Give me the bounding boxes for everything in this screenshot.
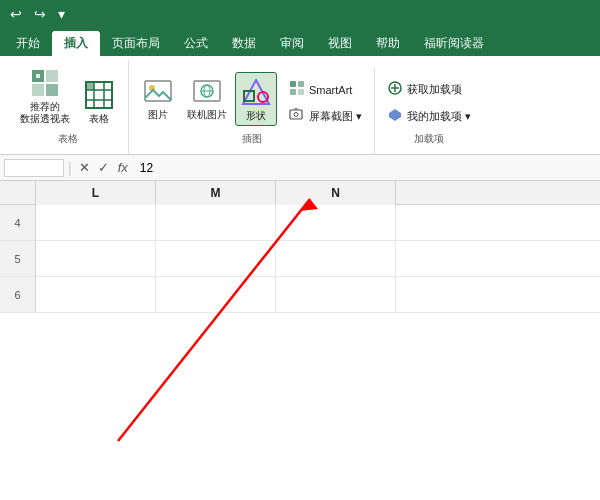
tab-insert[interactable]: 插入 xyxy=(52,31,100,56)
col-header-N[interactable]: N xyxy=(276,181,396,205)
confirm-formula-button[interactable]: ✓ xyxy=(95,160,112,175)
svg-rect-3 xyxy=(46,84,58,96)
group-addins-label: 加载项 xyxy=(414,132,444,150)
cell-N6[interactable] xyxy=(276,277,396,312)
ribbon-group-illustration: 图片 联机图片 xyxy=(129,68,375,154)
svg-rect-23 xyxy=(298,89,304,95)
svg-rect-22 xyxy=(290,89,296,95)
group-table-label: 表格 xyxy=(58,132,78,150)
pivot-table-label: 推荐的数据透视表 xyxy=(20,101,70,125)
ribbon-item-picture[interactable]: 图片 xyxy=(137,72,179,126)
cell-M4[interactable] xyxy=(156,205,276,240)
get-addins-label: 获取加载项 xyxy=(407,82,462,97)
tab-page-layout[interactable]: 页面布局 xyxy=(100,31,172,56)
svg-rect-10 xyxy=(86,82,94,90)
smartart-icon xyxy=(289,80,305,99)
svg-rect-26 xyxy=(294,108,298,110)
cell-N4[interactable] xyxy=(276,205,396,240)
table-label: 表格 xyxy=(89,113,109,125)
tab-view[interactable]: 视图 xyxy=(316,31,364,56)
tab-formula[interactable]: 公式 xyxy=(172,31,220,56)
row-num-4: 4 xyxy=(0,205,36,240)
pivot-table-icon xyxy=(29,67,61,99)
picture-icon xyxy=(142,75,174,107)
title-bar: ↩ ↪ ▾ xyxy=(0,0,600,28)
ribbon-item-table[interactable]: 表格 xyxy=(78,76,120,128)
quick-access-more-button[interactable]: ▾ xyxy=(54,4,69,24)
ribbon-item-screenshot[interactable]: 屏幕截图 ▾ xyxy=(285,105,366,128)
formula-buttons: ✕ ✓ fx xyxy=(76,160,132,175)
col-header-row: L M N xyxy=(0,181,600,205)
screenshot-icon xyxy=(289,107,305,126)
tab-foxit[interactable]: 福昕阅读器 xyxy=(412,31,496,56)
online-picture-icon xyxy=(191,75,223,107)
table-row: 6 xyxy=(0,277,600,313)
picture-label: 图片 xyxy=(148,109,168,121)
shapes-icon xyxy=(240,76,272,108)
undo-button[interactable]: ↩ xyxy=(6,4,26,24)
get-addins-icon xyxy=(387,80,403,99)
smartart-label: SmartArt xyxy=(309,84,352,96)
my-addins-icon xyxy=(387,107,403,126)
tab-review[interactable]: 审阅 xyxy=(268,31,316,56)
table-row: 5 xyxy=(0,241,600,277)
name-box[interactable] xyxy=(4,159,64,177)
cell-N5[interactable] xyxy=(276,241,396,276)
svg-rect-20 xyxy=(290,81,296,87)
row-num-5: 5 xyxy=(0,241,36,276)
svg-rect-21 xyxy=(298,81,304,87)
svg-rect-4 xyxy=(36,74,40,78)
ribbon-group-table-items: 推荐的数据透视表 表格 xyxy=(16,64,120,128)
ribbon-illustration-items: 图片 联机图片 xyxy=(137,72,366,128)
formula-sep: | xyxy=(68,160,72,176)
table-icon xyxy=(83,79,115,111)
col-header-M[interactable]: M xyxy=(156,181,276,205)
fx-button[interactable]: fx xyxy=(114,160,132,175)
cell-L6[interactable] xyxy=(36,277,156,312)
svg-rect-24 xyxy=(290,110,302,119)
svg-rect-11 xyxy=(145,81,171,101)
svg-rect-2 xyxy=(32,84,44,96)
svg-point-25 xyxy=(294,113,298,117)
corner-cell xyxy=(0,181,36,204)
cell-M5[interactable] xyxy=(156,241,276,276)
redo-button[interactable]: ↪ xyxy=(30,4,50,24)
ribbon-item-my-addins[interactable]: 我的加载项 ▾ xyxy=(383,105,475,128)
table-row: 4 xyxy=(0,205,600,241)
online-picture-label: 联机图片 xyxy=(187,109,227,121)
svg-rect-1 xyxy=(46,70,58,82)
formula-bar: | ✕ ✓ fx 12 xyxy=(0,155,600,181)
ribbon-group-addins: 获取加载项 我的加载项 ▾ 加载项 xyxy=(375,68,483,154)
cell-M6[interactable] xyxy=(156,277,276,312)
col-header-L[interactable]: L xyxy=(36,181,156,205)
tab-help[interactable]: 帮助 xyxy=(364,31,412,56)
tab-start[interactable]: 开始 xyxy=(4,31,52,56)
cancel-formula-button[interactable]: ✕ xyxy=(76,160,93,175)
ribbon-item-pivot-table[interactable]: 推荐的数据透视表 xyxy=(16,64,74,128)
ribbon-item-get-addins[interactable]: 获取加载项 xyxy=(383,78,466,101)
ribbon-addins-items: 获取加载项 我的加载项 ▾ xyxy=(383,72,475,128)
group-illustration-label: 插图 xyxy=(242,132,262,150)
row-num-6: 6 xyxy=(0,277,36,312)
ribbon-item-online-picture[interactable]: 联机图片 xyxy=(183,72,231,126)
title-bar-undo-group: ↩ ↪ ▾ xyxy=(6,4,69,24)
shapes-label: 形状 xyxy=(246,110,266,122)
illustration-main-items: 图片 联机图片 xyxy=(137,72,277,126)
spreadsheet: L M N 4 5 6 xyxy=(0,181,600,313)
illustration-side-items: SmartArt 屏幕截图 ▾ xyxy=(285,72,366,128)
ribbon-item-smartart[interactable]: SmartArt xyxy=(285,78,366,101)
ribbon-tab-bar: 开始 插入 页面布局 公式 数据 审阅 视图 帮助 福昕阅读器 xyxy=(0,28,600,56)
formula-value[interactable]: 12 xyxy=(136,159,596,177)
cell-L5[interactable] xyxy=(36,241,156,276)
svg-marker-30 xyxy=(389,109,401,121)
tab-data[interactable]: 数据 xyxy=(220,31,268,56)
ribbon: 推荐的数据透视表 表格 表格 xyxy=(0,56,600,155)
cell-L4[interactable] xyxy=(36,205,156,240)
my-addins-label: 我的加载项 ▾ xyxy=(407,109,471,124)
screenshot-label: 屏幕截图 ▾ xyxy=(309,109,362,124)
ribbon-item-shapes[interactable]: 形状 xyxy=(235,72,277,126)
ribbon-group-table: 推荐的数据透视表 表格 表格 xyxy=(8,60,129,154)
